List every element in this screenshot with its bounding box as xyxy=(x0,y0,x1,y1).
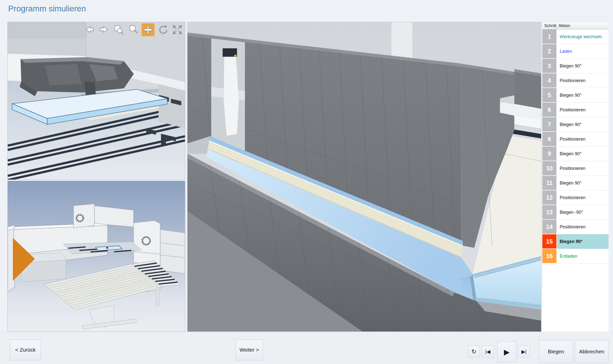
step-row[interactable]: 16 Entladen xyxy=(542,249,609,264)
step-action-label: Biegen -90° xyxy=(557,205,609,220)
viewport-main-3d[interactable] xyxy=(187,22,541,332)
zoom-window-icon[interactable] xyxy=(112,23,125,36)
viewport-toolbar xyxy=(83,23,184,36)
skip-to-end-button[interactable]: ▶| xyxy=(518,346,530,358)
step-row[interactable]: 1 Werkzeuge wechseln xyxy=(542,30,609,44)
step-row[interactable]: 5 Biegen 90° xyxy=(542,88,609,103)
step-action-label: Positionieren xyxy=(557,161,609,176)
step-row[interactable]: 15 Biegen 90° xyxy=(542,234,609,249)
step-row[interactable]: 9 Biegen 90° xyxy=(542,147,609,161)
step-action-label: Biegen 90° xyxy=(557,88,609,103)
step-number: 5 xyxy=(542,88,556,103)
step-row[interactable]: 2 Laden xyxy=(542,44,609,59)
step-action-label: Positionieren xyxy=(557,220,609,234)
step-action-label: Positionieren xyxy=(557,190,609,205)
step-number: 3 xyxy=(542,59,556,73)
column-header-action: Aktion xyxy=(556,22,609,29)
step-number: 6 xyxy=(542,103,556,117)
step-number: 13 xyxy=(542,205,556,220)
steps-header: Schritt Aktion xyxy=(542,22,609,30)
forward-arrow-icon[interactable] xyxy=(98,23,111,36)
detail-scene xyxy=(8,22,185,180)
step-row[interactable]: 12 Positionieren xyxy=(542,190,609,205)
step-action-label: Positionieren xyxy=(557,132,609,147)
step-row[interactable]: 8 Positionieren xyxy=(542,132,609,147)
viewport-detail-3d[interactable] xyxy=(7,22,185,180)
step-row[interactable]: 11 Biegen 90° xyxy=(542,176,609,190)
step-row[interactable]: 4 Positionieren xyxy=(542,73,609,88)
step-action-label: Entladen xyxy=(557,249,609,264)
next-button[interactable]: Weiter > xyxy=(236,339,263,360)
step-action-label: Positionieren xyxy=(557,103,609,117)
viewport-overview-3d[interactable] xyxy=(7,181,185,332)
skip-to-start-button[interactable]: |◀ xyxy=(482,346,494,358)
overview-scene xyxy=(8,181,185,332)
step-row[interactable]: 10 Positionieren xyxy=(542,161,609,176)
play-button[interactable]: ▶ xyxy=(497,341,516,362)
cancel-button[interactable]: Abbrechen xyxy=(575,340,609,363)
bottom-bar: < Zurück 1 2 3 Biegestrategie Meßpunkte … xyxy=(0,332,613,364)
reset-simulation-button[interactable]: ↻ xyxy=(468,346,480,358)
zoom-icon[interactable] xyxy=(127,23,140,36)
step-action-label: Biegen 90° xyxy=(557,176,609,190)
rotate-view-icon[interactable] xyxy=(156,23,169,36)
pan-icon[interactable] xyxy=(142,23,154,36)
step-action-label: Biegen 90° xyxy=(557,147,609,161)
step-number: 2 xyxy=(542,44,556,59)
step-number: 9 xyxy=(542,147,556,161)
page-title: Programm simulieren xyxy=(8,4,86,13)
step-number: 16 xyxy=(542,249,556,264)
step-number: 12 xyxy=(542,190,556,205)
step-row[interactable]: 6 Positionieren xyxy=(542,103,609,117)
step-number: 1 xyxy=(542,30,556,44)
bend-button[interactable]: Biegen xyxy=(539,340,573,363)
step-number: 15 xyxy=(542,234,556,249)
column-header-step: Schritt xyxy=(542,22,556,29)
step-number: 14 xyxy=(542,220,556,234)
step-action-label: Positionieren xyxy=(557,73,609,88)
step-row[interactable]: 3 Biegen 90° xyxy=(542,59,609,73)
step-row[interactable]: 14 Positionieren xyxy=(542,220,609,234)
step-action-label: Biegen 90° xyxy=(557,117,609,132)
step-action-label: Biegen 90° xyxy=(557,234,609,249)
steps-panel: Schritt Aktion 1 Werkzeuge wechseln 2 La… xyxy=(542,22,609,332)
step-number: 11 xyxy=(542,176,556,190)
step-action-label: Werkzeuge wechseln xyxy=(557,30,609,44)
back-button[interactable]: < Zurück xyxy=(10,339,41,360)
main-scene xyxy=(187,22,541,332)
step-row[interactable]: 7 Biegen 90° xyxy=(542,117,609,132)
step-action-label: Biegen 90° xyxy=(557,59,609,73)
step-number: 10 xyxy=(542,161,556,176)
step-number: 7 xyxy=(542,117,556,132)
expand-view-icon[interactable] xyxy=(171,23,184,36)
step-action-label: Laden xyxy=(557,44,609,59)
step-row[interactable]: 13 Biegen -90° xyxy=(542,205,609,220)
steps-rows: 1 Werkzeuge wechseln 2 Laden 3 Biegen 90… xyxy=(542,30,609,264)
step-number: 8 xyxy=(542,132,556,147)
back-arrow-icon[interactable] xyxy=(83,23,96,36)
step-number: 4 xyxy=(542,73,556,88)
